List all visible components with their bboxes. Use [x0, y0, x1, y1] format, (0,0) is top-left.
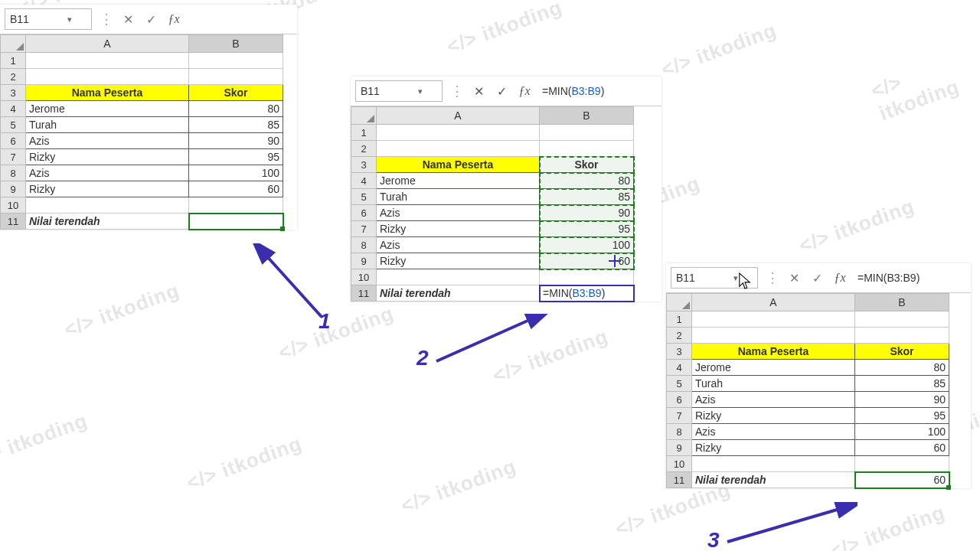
cell[interactable]: Rizky — [377, 221, 540, 237]
chevron-down-icon[interactable]: ▾ — [48, 15, 91, 24]
cell[interactable]: Azis — [692, 424, 855, 440]
header-score-cell[interactable]: Skor — [855, 344, 949, 360]
cell[interactable] — [26, 53, 189, 69]
result-label-cell[interactable]: Nilai terendah — [377, 285, 540, 302]
cell[interactable]: 95 — [855, 408, 949, 424]
row-header[interactable]: 4 — [351, 173, 377, 189]
result-value-cell[interactable]: 60 — [855, 472, 949, 488]
cell[interactable]: 60 — [540, 253, 634, 269]
row-header[interactable]: 6 — [351, 205, 377, 221]
row-header[interactable]: 5 — [667, 376, 692, 392]
cell[interactable] — [377, 141, 540, 157]
row-header[interactable]: 7 — [1, 149, 26, 165]
name-box[interactable]: B11 ▾ — [5, 8, 92, 30]
cell[interactable] — [189, 53, 283, 69]
cell[interactable]: Azis — [26, 133, 189, 149]
cell[interactable] — [692, 328, 855, 344]
cell[interactable]: 85 — [540, 189, 634, 205]
row-header[interactable]: 3 — [351, 157, 377, 173]
spreadsheet-grid[interactable]: A B 1 2 3Nama PesertaSkor 4Jerome80 5Tur… — [666, 293, 949, 488]
fx-icon[interactable]: ƒx — [513, 84, 536, 98]
row-header[interactable]: 6 — [667, 392, 692, 408]
row-header[interactable]: 3 — [1, 85, 26, 101]
active-cell[interactable] — [189, 214, 283, 230]
active-cell-editing[interactable]: =MIN(B3:B9) — [540, 285, 634, 302]
cell[interactable]: Jerome — [377, 173, 540, 189]
row-header[interactable]: 7 — [351, 221, 377, 237]
cell[interactable]: Rizky — [692, 408, 855, 424]
row-header[interactable]: 10 — [351, 269, 377, 285]
spreadsheet-grid[interactable]: A B 1 2 3Nama PesertaSkor 4Jerome80 5Tur… — [351, 106, 634, 302]
cell[interactable]: Azis — [26, 165, 189, 181]
cell[interactable] — [855, 328, 949, 344]
chevron-down-icon[interactable]: ▾ — [399, 86, 442, 96]
cell[interactable]: Jerome — [692, 360, 855, 376]
cell[interactable]: Jerome — [26, 101, 189, 117]
col-header-A[interactable]: A — [377, 107, 540, 125]
cell[interactable]: 60 — [189, 181, 283, 197]
cell[interactable]: Turah — [377, 189, 540, 205]
cell[interactable]: 90 — [855, 392, 949, 408]
row-header[interactable]: 3 — [667, 344, 692, 360]
col-header-B[interactable]: B — [189, 35, 283, 53]
cell[interactable]: 60 — [855, 440, 949, 456]
cell[interactable] — [692, 311, 855, 328]
cell[interactable]: 95 — [540, 221, 634, 237]
cell[interactable]: Azis — [377, 237, 540, 253]
col-header-B[interactable]: B — [540, 107, 634, 125]
cell[interactable]: Rizky — [377, 253, 540, 269]
cell[interactable] — [189, 69, 283, 85]
cell[interactable]: Turah — [26, 117, 189, 133]
row-header[interactable]: 5 — [1, 117, 26, 133]
cell[interactable]: Turah — [692, 376, 855, 392]
row-header[interactable]: 8 — [667, 424, 692, 440]
header-score-cell[interactable]: Skor — [540, 157, 634, 173]
cell[interactable]: 80 — [855, 360, 949, 376]
enter-button[interactable]: ✓ — [490, 84, 513, 99]
row-header[interactable]: 9 — [1, 181, 26, 197]
name-box[interactable]: B11 ▾ — [355, 80, 443, 102]
cell[interactable]: Rizky — [692, 440, 855, 456]
row-header[interactable]: 6 — [1, 133, 26, 149]
formula-input[interactable]: =MIN(B3:B9) — [536, 85, 662, 97]
cell[interactable]: 80 — [189, 101, 283, 117]
cell[interactable]: Rizky — [26, 149, 189, 165]
row-header[interactable]: 1 — [1, 53, 26, 69]
cell[interactable]: 100 — [189, 165, 283, 181]
col-header-B[interactable]: B — [855, 294, 949, 311]
cell[interactable]: 85 — [189, 117, 283, 133]
cell[interactable] — [540, 125, 634, 141]
row-header[interactable]: 2 — [1, 69, 26, 85]
cell[interactable]: 90 — [540, 205, 634, 221]
row-header[interactable]: 2 — [667, 328, 692, 344]
cell[interactable]: 90 — [189, 133, 283, 149]
row-header[interactable]: 8 — [351, 237, 377, 253]
row-header[interactable]: 4 — [1, 101, 26, 117]
header-score-cell[interactable]: Skor — [189, 85, 283, 101]
select-all-corner[interactable] — [667, 294, 692, 311]
cell[interactable] — [26, 197, 189, 214]
cell[interactable] — [692, 456, 855, 472]
fx-icon[interactable]: ƒx — [828, 271, 851, 285]
row-header[interactable]: 11 — [667, 472, 692, 488]
cell[interactable] — [377, 269, 540, 285]
cell[interactable]: 95 — [189, 149, 283, 165]
cell[interactable] — [377, 125, 540, 141]
row-header[interactable]: 1 — [667, 311, 692, 328]
cancel-button[interactable]: ✕ — [467, 84, 490, 99]
select-all-corner[interactable] — [1, 35, 26, 53]
cell[interactable]: 100 — [540, 237, 634, 253]
row-header[interactable]: 10 — [1, 197, 26, 214]
cell[interactable]: 80 — [540, 173, 634, 189]
row-header[interactable]: 9 — [667, 440, 692, 456]
cell[interactable]: Rizky — [26, 181, 189, 197]
result-label-cell[interactable]: Nilai terendah — [692, 472, 855, 488]
cell[interactable] — [855, 456, 949, 472]
col-header-A[interactable]: A — [692, 294, 855, 311]
row-header[interactable]: 10 — [667, 456, 692, 472]
cell[interactable] — [540, 269, 634, 285]
header-name-cell[interactable]: Nama Peserta — [377, 157, 540, 173]
row-header[interactable]: 7 — [667, 408, 692, 424]
cell[interactable] — [855, 311, 949, 328]
spreadsheet-grid[interactable]: A B 1 2 3Nama PesertaSkor 4Jerome80 5Tur… — [0, 34, 283, 230]
